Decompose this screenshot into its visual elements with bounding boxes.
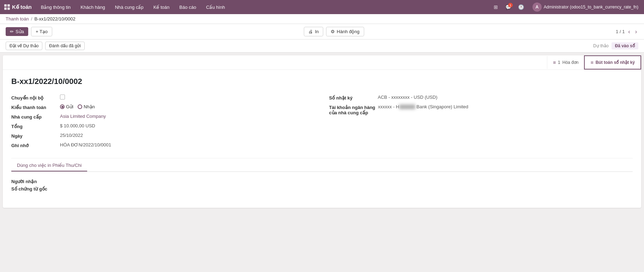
print-button[interactable]: 🖨 In [304,27,323,36]
apps-icon[interactable]: ⊞ [491,2,501,12]
smart-btn-but-toan[interactable]: ≡ Bút toán sổ nhật ký [584,55,641,69]
main-menu: Bảng thông tin Khách hàng Nhà cung cấp K… [36,0,230,14]
tabs-row: Dùng cho việc in Phiếu Thu/Chi [11,160,633,172]
gear-icon: ⚙ [331,29,335,34]
action-button[interactable]: ⚙ Hành động [326,27,364,36]
field-ngay: Ngày 25/10/2022 [11,133,315,139]
radio-kieu-thanh-toan: Gửi Nhận [60,104,95,109]
label-ngay: Ngày [11,133,57,139]
value-ngay: 25/10/2022 [60,133,83,138]
menu-item-nha-cung-cap[interactable]: Nhà cung cấp [110,0,149,14]
radio-nhan[interactable]: Nhận [78,104,95,109]
menu-item-cau-hinh[interactable]: Cấu hình [201,0,230,14]
menu-item-bang-thong-tin[interactable]: Bảng thông tin [36,0,76,14]
app-name: Kế toán [12,4,32,10]
app-logo[interactable]: Kế toán [3,4,36,10]
field-tong: Tổng $ 10.000,00 USD [11,123,315,129]
status-active-label: Đã vào sổ [612,42,638,49]
list-icon: ≡ [553,60,556,65]
label-kieu-thanh-toan: Kiểu thanh toán [11,104,57,110]
field-kieu-thanh-toan: Kiểu thanh toán Gửi Nhận [11,104,315,110]
radio-gui-label: Gửi [66,104,73,109]
form-grid: Chuyển nội bộ Kiểu thanh toán Gửi Nhận [11,95,633,148]
blurred-bank-name: xxxxxxx [399,104,415,109]
action-bar: ✏ Sửa + Tạo 🖨 In ⚙ Hành động 1 / 1 ‹ › [0,24,644,40]
clock-icon[interactable]: 🕐 [516,2,526,12]
field-chuyen-noi-bo: Chuyển nội bộ [11,95,315,101]
smart-buttons-bar: ≡ 1 Hóa đơn ≡ Bút toán sổ nhật ký [3,55,641,70]
form-right-column: Số nhật ký ACB - xxxxxxxx - USD (USD) Tà… [329,95,633,148]
edit-button[interactable]: ✏ Sửa [6,27,28,36]
radio-gui[interactable]: Gửi [60,104,73,109]
status-draft-label: Dự thảo [593,43,609,48]
radio-nhan-dot [78,104,82,109]
pagination: 1 / 1 ‹ › [616,29,638,35]
smart-btn-hoa-don-count: 1 [558,60,560,65]
user-name: Administrator (odoo15_to_bank_currency_r… [544,5,638,10]
label-ghi-nho: Ghi nhớ [11,142,57,148]
label-so-nhat-ky: Số nhật ký [329,95,375,101]
breadcrumb-current: B-xx1/2022/10/0002 [34,16,75,22]
menu-item-bao-cao[interactable]: Báo cáo [174,0,201,14]
label-tong: Tổng [11,123,57,129]
value-so-nhat-ky: ACB - xxxxxxxx - USD (USD) [378,95,438,100]
pagination-text: 1 / 1 [616,29,625,34]
label-tai-khoan-ngan-hang: Tài khoản ngân hàngcủa nhà cung cấp [329,104,375,115]
radio-gui-dot [60,104,65,109]
label-nguoi-nhan: Người nhận [11,179,57,184]
label-so-chung-tu-goc: Số chứng từ gốc [11,186,57,192]
form-left-column: Chuyển nội bộ Kiểu thanh toán Gửi Nhận [11,95,315,148]
pagination-next[interactable]: › [634,29,638,35]
chat-icon[interactable]: 💬 1 [504,2,513,12]
reset-to-draft-button[interactable]: Đặt về Dự thảo [6,42,42,50]
checkbox-chuyen-noi-bo[interactable] [60,95,65,99]
form-body: B-xx1/2022/10/0002 Chuyển nội bộ Kiểu th… [3,70,641,208]
breadcrumb: Thanh toán / B-xx1/2022/10/0002 [0,14,644,24]
mark-as-sent-button[interactable]: Đánh dấu đã gửi [45,42,85,50]
user-avatar: A [532,2,542,12]
value-tong: $ 10.000,00 USD [60,123,95,128]
main-content: ≡ 1 Hóa đơn ≡ Bút toán sổ nhật ký B-xx1/… [3,55,641,208]
smart-btn-hoa-don[interactable]: ≡ 1 Hóa đơn [547,56,584,69]
tabs-section: Dùng cho việc in Phiếu Thu/Chi Người nhậ… [11,158,633,201]
breadcrumb-parent[interactable]: Thanh toán [6,16,29,22]
menu-item-ke-toan[interactable]: Kế toán [149,0,175,14]
smart-btn-hoa-don-label: Hóa đơn [562,60,579,65]
field-nha-cung-cap: Nhà cung cấp Asia Limited Company [11,114,315,120]
tab-content: Người nhận Số chứng từ gốc [11,172,633,201]
topnav-icons: ⊞ 💬 1 🕐 [491,2,530,12]
list2-icon: ≡ [590,60,593,65]
field-nguoi-nhan: Người nhận [11,179,633,184]
label-nha-cung-cap: Nhà cung cấp [11,114,57,120]
smart-btn-but-toan-label: Bút toán sổ nhật ký [596,60,635,65]
tab-in-phieu[interactable]: Dùng cho việc in Phiếu Thu/Chi [11,160,87,171]
field-ghi-nho: Ghi nhớ HÓA ĐƠN/2022/10/0001 [11,142,315,148]
user-menu[interactable]: A Administrator (odoo15_to_bank_currency… [530,1,641,13]
value-tai-khoan-ngan-hang: xxxxxx - Hxxxxxxx Bank (Singapore) Limit… [378,104,468,109]
grid-icon [4,4,10,10]
print-icon: 🖨 [308,29,313,34]
chat-badge: 1 [508,3,513,7]
breadcrumb-separator: / [31,16,32,22]
field-so-chung-tu-goc: Số chứng từ gốc [11,186,633,192]
form-title: B-xx1/2022/10/0002 [11,77,633,86]
top-navigation: Kế toán Bảng thông tin Khách hàng Nhà cu… [0,0,644,14]
pagination-prev[interactable]: ‹ [627,29,631,35]
status-bar: Đặt về Dự thảo Đánh dấu đã gửi Dự thảo Đ… [0,40,644,53]
value-ghi-nho: HÓA ĐƠN/2022/10/0001 [60,142,111,147]
create-button[interactable]: + Tạo [31,27,52,36]
label-chuyen-noi-bo: Chuyển nội bộ [11,95,57,101]
menu-item-khach-hang[interactable]: Khách hàng [76,0,110,14]
pencil-icon: ✏ [10,29,14,34]
value-nha-cung-cap[interactable]: Asia Limited Company [60,114,106,119]
field-tai-khoan-ngan-hang: Tài khoản ngân hàngcủa nhà cung cấp xxxx… [329,104,633,115]
field-so-nhat-ky: Số nhật ký ACB - xxxxxxxx - USD (USD) [329,95,633,101]
radio-nhan-label: Nhận [84,104,95,109]
